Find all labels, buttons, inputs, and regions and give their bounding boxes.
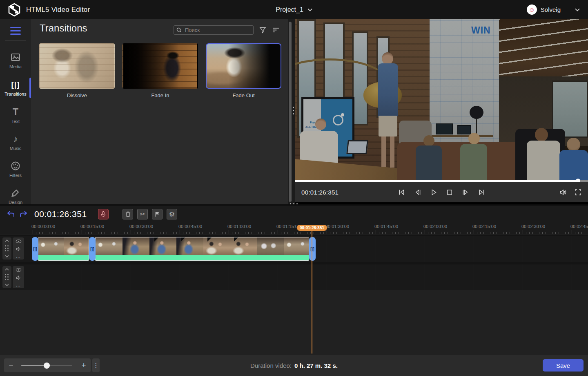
ruler-tick xyxy=(163,232,164,234)
undo-button[interactable] xyxy=(6,209,16,219)
chevron-up-icon[interactable] xyxy=(5,239,9,242)
fullscreen-icon[interactable] xyxy=(573,188,582,197)
ruler-tick xyxy=(350,232,350,234)
preview-right-controls xyxy=(559,188,582,197)
sidebar-item-transitions[interactable]: [|] Transitions xyxy=(0,75,31,101)
menu-button[interactable] xyxy=(0,22,31,39)
user-menu[interactable]: ☺ Solveig xyxy=(527,0,580,19)
ruler-tick xyxy=(193,232,193,234)
skip-end-button[interactable] xyxy=(477,188,486,197)
ruler-tick xyxy=(565,232,566,234)
chevron-up-icon[interactable] xyxy=(5,268,9,271)
stop-button[interactable] xyxy=(445,188,454,197)
panel-preview-divider[interactable] xyxy=(288,19,295,204)
marker-button[interactable] xyxy=(152,209,163,219)
search-input[interactable] xyxy=(184,27,251,34)
settings-button[interactable]: ⚙ xyxy=(167,209,177,219)
play-button[interactable] xyxy=(429,188,438,197)
redo-button[interactable] xyxy=(19,209,29,219)
sidebar-item-text[interactable]: T Text xyxy=(0,103,31,128)
ruler-tick xyxy=(291,232,291,234)
ruler-tick xyxy=(461,232,461,234)
skip-start-button[interactable] xyxy=(397,188,406,197)
sidebar-item-filters[interactable]: Filters xyxy=(0,157,31,182)
ruler-tick xyxy=(434,232,435,234)
ruler-label: 00:00:30:00 xyxy=(129,224,153,229)
ruler-tick xyxy=(572,230,572,234)
timeline-resize-handle[interactable] xyxy=(290,203,298,204)
ruler-tick xyxy=(444,232,445,234)
step-back-button[interactable] xyxy=(413,188,422,197)
panel-scrollbar[interactable] xyxy=(289,22,292,202)
ruler-tick xyxy=(59,232,59,234)
transition-label: Fade Out xyxy=(206,92,281,98)
transition-card-dissolve[interactable]: Dissolve xyxy=(39,43,115,98)
track-more-icon[interactable]: … xyxy=(16,255,21,257)
playhead-time-badge[interactable]: 00:01:26:351 xyxy=(297,225,327,231)
transition-card-fade-in[interactable]: Fade In xyxy=(122,43,198,98)
playhead[interactable] xyxy=(312,225,312,354)
sort-button[interactable] xyxy=(270,25,281,35)
panel-title: Transitions xyxy=(40,22,87,34)
media-icon xyxy=(11,52,20,63)
sidebar-item-label: Media xyxy=(9,64,22,69)
track-gridline xyxy=(376,264,376,290)
ruler-tick xyxy=(154,232,154,234)
ruler-tick xyxy=(327,230,327,234)
project-selector[interactable]: Project_1 xyxy=(276,0,312,19)
delete-button[interactable] xyxy=(122,209,133,219)
ruler-tick xyxy=(490,232,490,234)
ruler-tick xyxy=(428,232,428,234)
ruler-tick xyxy=(137,232,138,234)
timeline-toolbar: 00:01:26:351 ✂ ⚙ xyxy=(0,206,588,223)
ruler-tick xyxy=(206,232,206,234)
ruler-tick xyxy=(402,232,402,234)
ruler-tick xyxy=(575,232,575,234)
sidebar-item-media[interactable]: Media xyxy=(0,48,31,73)
ruler-tick xyxy=(578,232,579,234)
transition-handle[interactable]: [|] xyxy=(309,237,316,261)
progress-knob[interactable] xyxy=(576,179,580,182)
video-clip[interactable] xyxy=(95,237,309,261)
duration-label: Duration video: xyxy=(250,362,292,369)
divider-drag-handle[interactable] xyxy=(293,107,294,114)
ruler-tick xyxy=(552,232,552,234)
chevron-down-icon[interactable] xyxy=(5,284,9,286)
volume-icon[interactable] xyxy=(559,188,568,197)
ruler-tick xyxy=(173,232,174,234)
ruler-tick xyxy=(542,232,543,234)
save-button[interactable]: Save xyxy=(543,359,584,372)
sidebar: Media [|] Transitions T Text ♪ Music Fil… xyxy=(0,19,31,204)
sidebar-item-label: Music xyxy=(10,146,22,151)
chevron-down-icon[interactable] xyxy=(5,255,9,257)
transition-card-fade-out[interactable]: Fade Out xyxy=(206,43,281,98)
drag-handle-icon[interactable] xyxy=(5,245,9,252)
track-1-reorder-controls xyxy=(2,237,11,260)
mute-speaker-icon[interactable] xyxy=(16,275,21,280)
ruler-tick xyxy=(235,232,236,234)
track-more-icon[interactable]: … xyxy=(16,284,21,286)
timeline-empty-area xyxy=(0,290,588,356)
ruler-tick xyxy=(425,230,425,234)
transition-handle[interactable]: [|] xyxy=(32,237,38,261)
ruler-tick xyxy=(372,232,373,234)
ruler-tick xyxy=(33,230,33,234)
ruler-tick xyxy=(523,230,523,234)
visibility-eye-icon[interactable] xyxy=(16,268,22,272)
step-forward-button[interactable] xyxy=(461,188,470,197)
ruler-tick xyxy=(124,232,125,234)
drag-handle-icon[interactable] xyxy=(5,274,9,280)
ruler-tick xyxy=(503,232,503,234)
record-voice-button[interactable] xyxy=(98,209,109,219)
filter-button[interactable] xyxy=(257,25,268,35)
timeline-ruler[interactable]: 00:00:00:0000:00:15:0000:00:30:0000:00:4… xyxy=(0,223,588,235)
visibility-eye-icon[interactable] xyxy=(16,239,22,243)
preview-video-frame[interactable]: WIN ProofALL HANDS xyxy=(295,19,588,182)
user-avatar: ☺ xyxy=(527,4,537,15)
cut-button[interactable]: ✂ xyxy=(137,209,148,219)
video-clip[interactable] xyxy=(38,237,89,261)
ruler-tick xyxy=(261,232,262,234)
mute-speaker-icon[interactable] xyxy=(16,247,21,251)
sidebar-item-music[interactable]: ♪ Music xyxy=(0,130,31,155)
transition-handle[interactable]: [|] xyxy=(89,237,96,261)
